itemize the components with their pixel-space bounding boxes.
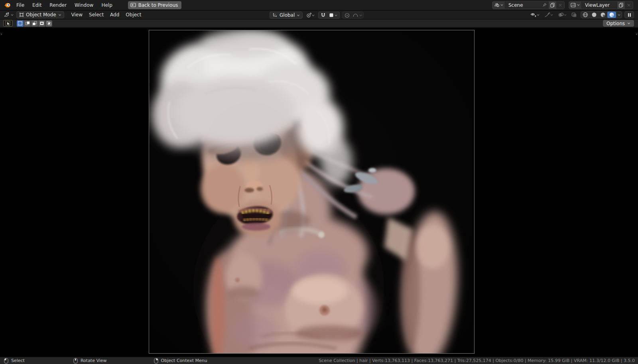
back-to-previous-button[interactable]: Back to Previous [128,1,182,9]
select-subtract-icon [32,21,37,26]
chevron-down-icon [11,14,14,16]
hint-select-label: Select [11,358,25,363]
proportional-editing-controls [342,12,364,19]
scene-statistics: Scene Collection | hair | Verts:13,763,1… [319,358,638,363]
browse-scene-button[interactable] [492,2,505,9]
object-visibility-filter[interactable] [529,11,541,18]
menu-file[interactable]: File [13,1,28,9]
view-layer-name[interactable]: ViewLayer [582,2,617,8]
remove-view-layer-button[interactable]: × [625,2,633,9]
unlink-scene-button[interactable]: × [556,2,564,9]
options-label: Options [606,21,625,26]
hint-object-context-menu: Object Context Menu [154,358,207,364]
hint-select: Select [4,358,25,364]
chevron-down-icon [359,14,362,16]
active-tool-select-box[interactable] [3,20,13,27]
transform-orientation-selector[interactable]: Global [270,12,303,19]
pause-render-button[interactable] [624,11,634,18]
shading-solid-button[interactable] [590,12,599,18]
gizmo-icon [544,12,550,18]
menu-edit[interactable]: Edit [29,1,45,9]
mouse-middle-icon [73,358,78,364]
duplicate-icon [550,3,555,8]
close-icon: × [558,3,563,7]
chevron-down-icon [58,14,61,16]
mouse-right-icon [154,358,158,364]
visibility-eye-icon [530,12,537,18]
pin-scene-button[interactable] [540,2,548,9]
blender-logo-icon[interactable] [2,1,12,9]
back-arrow-icon [130,3,136,7]
blender-window: File Edit Render Window Help Back to Pre… [0,0,638,364]
object-mode-icon [19,12,24,17]
gizmos-toggle[interactable] [543,11,554,18]
mode-selector[interactable]: Object Mode [16,11,64,18]
menu-view[interactable]: View [68,11,86,18]
view-layer-selector: ViewLayer × [569,1,633,9]
mouse-left-icon [4,358,8,364]
xray-icon [571,12,577,18]
transform-orientation-label: Global [280,12,295,18]
render-result-frame [149,30,475,354]
toolbar-expand-chevron[interactable]: › [0,32,2,36]
scene-name[interactable]: Scene [505,2,540,8]
menu-select[interactable]: Select [86,11,107,18]
shading-mode-switch [581,11,622,18]
chevron-down-icon [537,14,540,16]
menu-object[interactable]: Object [122,11,144,18]
editor-type-selector[interactable] [2,12,15,18]
pivot-point-icon [306,12,312,18]
rendered-character-image [149,30,474,353]
select-box-tool-icon [5,21,11,26]
3d-viewport-icon [4,12,10,18]
pivot-point-selector[interactable] [305,12,316,19]
tool-options-dropdown[interactable]: Options [603,20,634,27]
shading-options-dropdown[interactable] [616,12,622,18]
shading-rendered-button[interactable] [607,12,616,18]
shading-material-button[interactable] [599,12,607,18]
chevron-down-icon [297,14,300,16]
sidebar-expand-chevron[interactable]: ‹ [636,32,638,36]
select-mode-invert[interactable] [38,20,45,27]
shading-wireframe-button[interactable] [581,12,590,18]
menu-render[interactable]: Render [46,1,70,9]
snap-target-selector[interactable] [327,12,339,18]
select-mode-group [17,20,52,27]
chevron-down-icon [627,22,630,24]
tool-settings-bar: Options [0,20,638,28]
snap-controls [318,12,340,19]
chevron-down-icon [618,14,620,16]
new-view-layer-button[interactable] [617,2,625,9]
overlays-toggle[interactable] [557,11,568,18]
new-scene-button[interactable] [548,2,556,9]
menu-help[interactable]: Help [98,1,116,9]
magnet-icon [321,13,326,18]
proportional-falloff-selector[interactable] [351,12,363,18]
chevron-down-icon [312,14,315,16]
chevron-down-icon [500,4,503,6]
chevron-down-icon [335,14,337,16]
3d-viewport[interactable]: › ‹ [0,28,638,357]
select-mode-set[interactable] [17,20,24,27]
rendered-shading-icon [609,12,614,18]
hint-rotate-view: Rotate View [73,358,107,364]
hint-object-context-menu-label: Object Context Menu [161,358,207,363]
view-layer-icon [571,3,576,8]
solid-shading-icon [591,12,597,18]
falloff-curve-icon [353,13,358,18]
menu-window[interactable]: Window [71,1,97,9]
scene-selector: Scene × [492,1,565,9]
select-set-icon [18,21,22,26]
chevron-down-icon [550,14,553,16]
browse-view-layer-button[interactable] [569,2,582,9]
scene-icon [494,3,500,8]
select-mode-extend[interactable] [24,20,31,27]
proportional-editing-toggle[interactable] [343,12,351,18]
snap-toggle[interactable] [319,12,327,18]
menu-add[interactable]: Add [107,11,122,18]
xray-toggle[interactable] [570,11,578,18]
mode-selector-label: Object Mode [26,12,56,18]
select-mode-subtract[interactable] [31,20,38,27]
select-mode-intersect[interactable] [45,20,52,27]
orientation-global-icon [272,13,278,18]
